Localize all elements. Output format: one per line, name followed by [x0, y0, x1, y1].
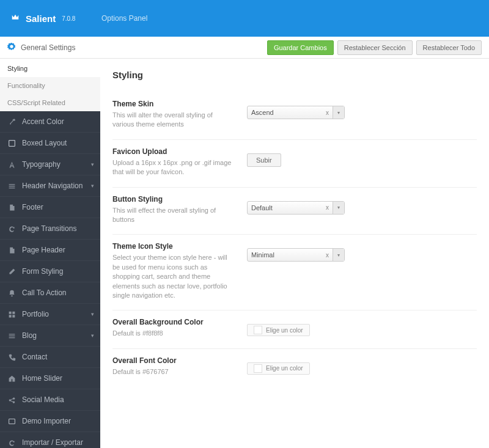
- field-desc: Select your theme icon style here - will…: [112, 253, 235, 300]
- theme-skin-select[interactable]: Ascend x ▾: [247, 106, 345, 119]
- field-font-color: Overall Font Color Default is #676767 El…: [112, 349, 477, 386]
- nav-item-contact[interactable]: Contact: [0, 346, 100, 367]
- eyedropper-icon: [7, 118, 16, 126]
- brand: Salient 7.0.8: [10, 13, 101, 24]
- bell-icon: [7, 289, 16, 297]
- section-title: General Settings: [21, 43, 75, 52]
- field-theme-skin: Theme Skin This will alter the overall s…: [112, 92, 477, 140]
- field-desc: Upload a 16px x 16px .png or .gif image …: [112, 158, 235, 177]
- bg-color-picker[interactable]: Elige un color: [247, 324, 310, 336]
- doc-icon: [7, 246, 16, 254]
- window-icon: [7, 417, 16, 425]
- nav-label: Page Header: [22, 246, 65, 254]
- nav-item-footer[interactable]: Footer: [0, 196, 100, 218]
- color-swatch: [254, 326, 262, 334]
- field-desc: Default is #f8f8f8: [112, 329, 235, 338]
- subheader: General Settings Guardar Cambios Restabl…: [0, 37, 489, 59]
- nav-item-boxed-layout[interactable]: Boxed Layout: [0, 132, 100, 153]
- clear-icon[interactable]: x: [322, 106, 333, 119]
- font-color-picker[interactable]: Elige un color: [247, 362, 310, 375]
- topbar: Salient 7.0.8 Options Panel: [0, 0, 489, 37]
- field-title: Button Styling: [112, 195, 235, 204]
- square-icon: [7, 139, 16, 147]
- nav-item-page-header[interactable]: Page Header: [0, 239, 100, 260]
- field-title: Favicon Upload: [112, 147, 235, 156]
- subtab-functionality[interactable]: Functionality: [0, 77, 100, 94]
- field-icon-style: Theme Icon Style Select your theme icon …: [112, 235, 477, 310]
- options-panel-label: Options Panel: [101, 14, 147, 23]
- button-styling-select[interactable]: Default x ▾: [247, 201, 345, 215]
- nav-item-page-transitions[interactable]: Page Transitions: [0, 218, 100, 239]
- nav-label: Contact: [22, 353, 47, 361]
- nav-item-form-styling[interactable]: Form Styling: [0, 260, 100, 282]
- nav-label: Social Media: [22, 395, 64, 404]
- reset-section-button[interactable]: Restablecer Sección: [337, 40, 413, 55]
- clear-icon[interactable]: x: [322, 202, 333, 214]
- nav-item-demo-importer[interactable]: Demo Importer: [0, 410, 100, 431]
- nav-item-importar-exportar[interactable]: Importar / Exportar: [0, 431, 100, 448]
- field-button-styling: Button Styling This will effect the over…: [112, 188, 477, 235]
- menu-icon: [7, 332, 16, 340]
- nav-label: Call To Action: [22, 288, 67, 297]
- nav-item-call-to-action[interactable]: Call To Action: [0, 282, 100, 303]
- nav-item-accent-color[interactable]: Accent Color: [0, 111, 100, 132]
- nav-label: Home Slider: [22, 374, 62, 383]
- chevron-down-icon[interactable]: ▾: [333, 202, 344, 214]
- home-icon: [7, 375, 16, 383]
- gear-icon: [7, 42, 16, 53]
- chevron-down-icon: ▾: [91, 183, 94, 189]
- font-icon: [7, 161, 16, 169]
- field-desc: This will effect the overall styling of …: [112, 206, 235, 225]
- field-title: Overall Background Color: [112, 318, 235, 326]
- nav-label: Portfolio: [22, 310, 49, 318]
- nav-item-social-media[interactable]: Social Media: [0, 389, 100, 410]
- upload-button[interactable]: Subir: [247, 153, 281, 167]
- chevron-down-icon: ▾: [91, 161, 94, 167]
- refresh-icon: [7, 439, 16, 447]
- field-favicon: Favicon Upload Upload a 16px x 16px .png…: [112, 140, 477, 188]
- reset-all-button[interactable]: Restablecer Todo: [416, 40, 482, 55]
- clear-icon[interactable]: x: [322, 249, 333, 261]
- refresh-icon: [7, 225, 16, 233]
- field-title: Theme Icon Style: [112, 242, 235, 251]
- menu-icon: [7, 182, 16, 190]
- chevron-down-icon: ▾: [91, 332, 94, 339]
- chevron-down-icon[interactable]: ▾: [333, 106, 344, 119]
- nav-label: Typography: [22, 160, 61, 169]
- nav-label: Blog: [22, 331, 37, 340]
- chevron-down-icon[interactable]: ▾: [333, 249, 344, 261]
- icon-style-select[interactable]: Minimal x ▾: [247, 248, 345, 262]
- chevron-down-icon: ▾: [91, 311, 94, 317]
- nav-item-home-slider[interactable]: Home Slider: [0, 367, 100, 389]
- field-title: Overall Font Color: [112, 356, 235, 365]
- nav-label: Footer: [22, 203, 43, 211]
- subtabs: Styling Functionality CSS/Script Related: [0, 59, 100, 111]
- nav-label: Boxed Layout: [22, 139, 67, 147]
- crown-icon: [10, 13, 21, 24]
- nav-label: Form Styling: [22, 267, 63, 276]
- page-title: Styling: [112, 70, 477, 80]
- field-desc: Default is #676767: [112, 367, 235, 376]
- save-button[interactable]: Guardar Cambios: [267, 40, 334, 55]
- nav-label: Accent Color: [22, 117, 64, 126]
- color-swatch: [254, 364, 262, 373]
- nav-item-header-navigation[interactable]: Header Navigation▾: [0, 175, 100, 196]
- nav-label: Header Navigation: [22, 182, 83, 190]
- sidebar: Styling Functionality CSS/Script Related…: [0, 59, 100, 448]
- phone-icon: [7, 353, 16, 361]
- field-title: Theme Skin: [112, 100, 235, 108]
- nav-item-typography[interactable]: Typography▾: [0, 153, 100, 175]
- grid-icon: [7, 310, 16, 318]
- content: Styling Theme Skin This will alter the o…: [100, 59, 489, 448]
- nav-label: Demo Importer: [22, 417, 71, 425]
- nav-item-portfolio[interactable]: Portfolio▾: [0, 303, 100, 325]
- nav-item-blog[interactable]: Blog▾: [0, 325, 100, 346]
- select-value: Default: [248, 204, 322, 211]
- field-desc: This will alter the overall styling of v…: [112, 111, 235, 130]
- subtab-styling[interactable]: Styling: [0, 59, 100, 77]
- subtab-css-script[interactable]: CSS/Script Related: [0, 94, 100, 111]
- field-bg-color: Overall Background Color Default is #f8f…: [112, 310, 477, 348]
- brand-version: 7.0.8: [62, 15, 75, 22]
- select-value: Minimal: [248, 251, 322, 259]
- share-icon: [7, 396, 16, 404]
